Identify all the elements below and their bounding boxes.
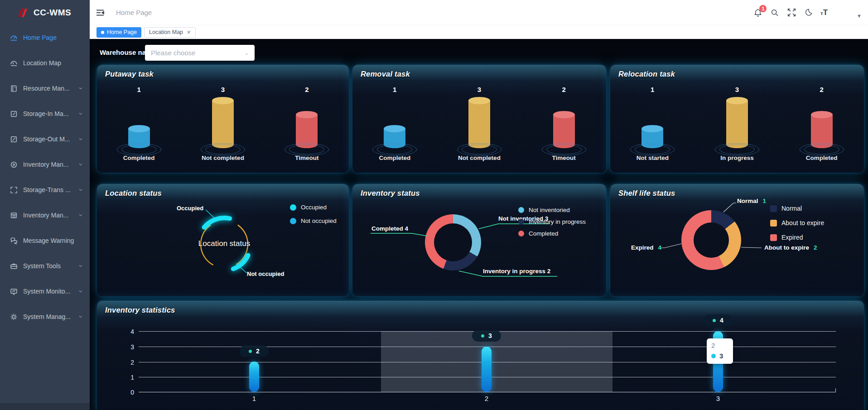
gauge-center-label: Location status [183, 239, 265, 248]
sidebar-item-system-management[interactable]: System Manag... [0, 304, 90, 329]
collapse-menu-icon[interactable] [96, 9, 104, 16]
x-tick-label: 3 [716, 395, 720, 402]
bar-label: Not completed [202, 154, 244, 161]
tab-location-map[interactable]: Location Map ✕ [144, 27, 196, 38]
y-tick-label: 3 [121, 343, 134, 351]
legend-item-expired[interactable]: Expired [770, 234, 824, 241]
legend-dot [518, 231, 524, 236]
bar-value: 3 [221, 86, 225, 93]
shelf-life-status-panel: Shelf life status Normal1 About to expir… [610, 184, 864, 296]
warehouse-select[interactable]: ⌄ [145, 45, 255, 61]
sidebar-item-storage-out[interactable]: Storage-Out M... [0, 126, 90, 152]
chart-tooltip: 2 3 [707, 338, 733, 364]
search-icon[interactable] [770, 8, 779, 17]
donut-hole [694, 222, 729, 258]
notification-bell-icon[interactable]: 1 [753, 8, 762, 17]
x-axis-line [139, 392, 836, 392]
topbar-actions: 1 тT ▼ [753, 0, 862, 25]
chevron-down-icon [78, 263, 83, 269]
legend-item-not-occupied[interactable]: Not occupied [290, 217, 337, 224]
sidebar-item-resource-management[interactable]: Resource Man... [0, 76, 90, 101]
target-icon [10, 161, 18, 169]
sidebar-collapse-strip[interactable] [0, 403, 90, 410]
avatar[interactable] [835, 5, 852, 21]
close-tab-icon[interactable]: ✕ [187, 29, 191, 35]
badge-dot [249, 350, 252, 353]
y-tick-label: 4 [121, 328, 134, 335]
panel-title: Relocation task [618, 70, 675, 78]
fullscreen-icon[interactable] [787, 8, 796, 17]
stat-bar-2 [482, 347, 492, 392]
value-badge-2: 3 [472, 330, 501, 342]
font-size-icon[interactable]: тT [820, 9, 828, 16]
sidebar: CC-WMS Home Page Location Map Resource M… [0, 0, 90, 410]
bar-value: 1 [137, 86, 140, 93]
putaway-task-panel: Putaway task 1 Completed 3 Not completed… [97, 65, 349, 173]
panel-title: Inventory statistics [105, 306, 175, 314]
chevron-down-icon [78, 187, 83, 193]
tab-home-page[interactable]: Home Page [96, 27, 141, 38]
sidebar-item-location-map[interactable]: Location Map [0, 50, 90, 76]
gear-icon [10, 313, 18, 321]
expand-arrows-icon [10, 186, 18, 194]
y-tick-label: 0 [121, 389, 134, 396]
legend-item-in-progress[interactable]: Inventory in progress [518, 218, 586, 225]
sidebar-item-system-tools[interactable]: System Tools [0, 253, 90, 279]
dark-mode-moon-icon[interactable] [804, 8, 813, 17]
bar-label: Completed [123, 154, 155, 161]
chevron-down-icon [78, 289, 83, 294]
bar-label: Timeout [295, 154, 318, 161]
legend-item-completed[interactable]: Completed [518, 230, 586, 237]
location-status-legend: Occupied Not occupied [290, 204, 337, 224]
inventory-statistics-panel: Inventory statistics 4 3 2 1 0 2 3 4 2 3… [97, 301, 864, 410]
axis-end-tick [835, 388, 836, 392]
legend-swatch [770, 234, 777, 241]
app-logo[interactable]: CC-WMS [0, 0, 90, 25]
callout-about-to-expire: About to expire2 [764, 244, 817, 251]
legend-item-not-inventoried[interactable]: Not inventoried [518, 207, 586, 213]
legend-item-about-to-expire[interactable]: About to expire [770, 219, 824, 227]
panel-title: Location status [105, 189, 162, 198]
sidebar-item-storage-in[interactable]: Storage-In Ma... [0, 101, 90, 126]
sidebar-item-inventory-manifest[interactable]: Inventory Man... [0, 203, 90, 228]
callout-in-progress: Inventory in progress 2 [483, 268, 550, 275]
map-gauge-icon [10, 59, 18, 67]
legend-item-normal[interactable]: Normal [770, 205, 824, 212]
sidebar-nav: Home Page Location Map Resource Man... S… [0, 25, 90, 329]
stat-bar-1 [249, 362, 259, 392]
relocation-chart: 1 Not started 3 In progress 2 Completed [610, 86, 864, 148]
breadcrumb: Home Page [116, 9, 152, 16]
legend-dot [518, 219, 524, 225]
badge-dot [481, 334, 484, 338]
location-status-panel: Location status Occupied Not occupied Lo… [97, 184, 349, 296]
message-bubbles-icon [10, 237, 18, 245]
sidebar-item-storage-transfer[interactable]: Storage-Trans ... [0, 177, 90, 203]
legend-swatch [770, 205, 777, 212]
callout-completed: Completed 4 [371, 225, 408, 232]
notebook-icon [10, 85, 18, 92]
putaway-chart: 1 Completed 3 Not completed 2 Timeout [97, 86, 349, 148]
donut-hole [434, 223, 472, 261]
topbar: Home Page 1 тT ▼ [90, 0, 868, 25]
bar-value: 2 [305, 86, 309, 93]
legend-dot [518, 207, 524, 213]
chevron-down-icon [78, 162, 83, 167]
sidebar-item-inventory-management[interactable]: Inventory Man... [0, 152, 90, 177]
chevron-down-icon [78, 136, 83, 142]
table-icon [10, 212, 18, 219]
removal-chart: 1 Completed 3 Not completed 2 Timeout [352, 86, 606, 148]
legend-item-occupied[interactable]: Occupied [290, 204, 337, 211]
select-chevron-icon: ⌄ [244, 49, 249, 56]
panel-title: Inventory status [361, 189, 420, 198]
sidebar-item-message-warning[interactable]: Message Warning [0, 228, 90, 253]
app-title: CC-WMS [34, 8, 71, 18]
y-tick-label: 1 [121, 374, 134, 381]
sidebar-item-system-monitoring[interactable]: System Monito... [0, 279, 90, 304]
avatar-caret-icon[interactable]: ▼ [857, 13, 862, 19]
sidebar-item-home-page[interactable]: Home Page [0, 25, 90, 50]
legend-dot [290, 204, 296, 211]
callout-expired: Expired4 [631, 244, 661, 251]
inventory-status-panel: Inventory status Completed 4 Not invento… [352, 184, 606, 296]
inventory-status-legend: Not inventoried Inventory in progress Co… [518, 207, 586, 237]
warehouse-select-input[interactable] [151, 49, 244, 57]
